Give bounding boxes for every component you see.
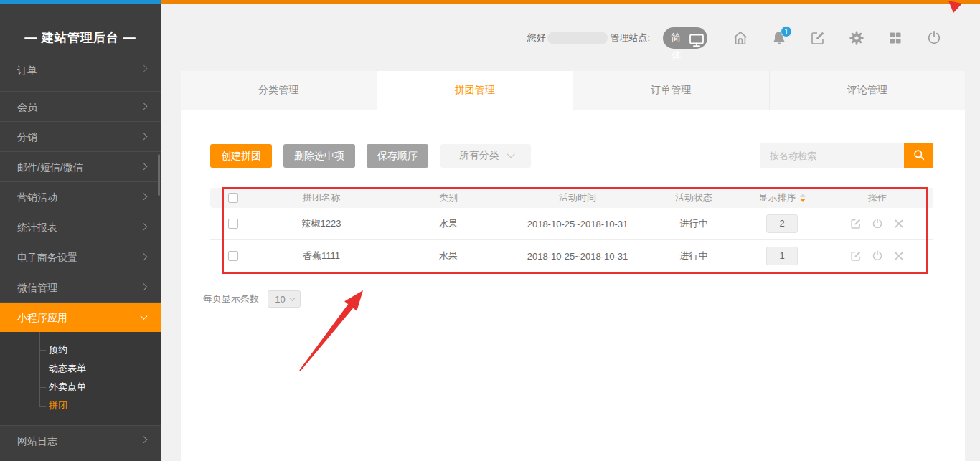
- cell-status: 进行中: [645, 217, 743, 230]
- sidebar-item-label: 会员: [17, 101, 37, 113]
- sidebar-item-label: 电子商务设置: [17, 252, 77, 263]
- power-icon[interactable]: [871, 249, 884, 262]
- apps-grid-icon[interactable]: [887, 29, 904, 47]
- sidebar-item-ecommerce-settings[interactable]: 电子商务设置: [0, 242, 161, 272]
- sidebar: — 建站管理后台 — 订单 会员 分销 邮件/短信/微信 营销活动: [0, 0, 161, 461]
- table-row: 辣椒1223 水果 2018-10-25~2018-10-31 进行中 2: [210, 208, 933, 240]
- edit-icon[interactable]: [849, 217, 862, 230]
- column-header-status: 活动状态: [645, 191, 743, 204]
- chevron-right-icon: [141, 253, 148, 260]
- sidebar-item-marketing[interactable]: 营销活动: [0, 181, 161, 212]
- search-input[interactable]: [760, 143, 904, 168]
- select-all-checkbox[interactable]: [228, 193, 238, 203]
- chevron-right-icon: [141, 103, 148, 110]
- chevron-right-icon: [141, 436, 148, 443]
- search-group: [760, 143, 933, 168]
- bell-icon[interactable]: 1: [771, 29, 788, 47]
- submenu-item-group-buy[interactable]: 拼团: [0, 396, 161, 415]
- sidebar-item-miniprogram-apps[interactable]: 小程序应用: [0, 302, 161, 332]
- submenu-item-label: 预约: [49, 344, 67, 355]
- chevron-right-icon: [141, 193, 148, 200]
- sidebar-item-label: 小程序应用: [17, 312, 67, 323]
- sort-arrows-icon[interactable]: [800, 194, 806, 202]
- sort-order-input[interactable]: 2: [766, 214, 798, 233]
- content-top-strip: [161, 0, 980, 4]
- search-icon: [912, 148, 926, 164]
- tab-groupbuy-management[interactable]: 拼团管理: [377, 71, 573, 110]
- sidebar-scrollbar[interactable]: [158, 154, 160, 196]
- close-icon[interactable]: [892, 217, 905, 230]
- power-icon[interactable]: [925, 29, 943, 47]
- submenu-item-label: 拼团: [49, 400, 67, 411]
- create-groupbuy-button[interactable]: 创建拼团: [210, 144, 272, 168]
- page-size-label: 每页显示条数: [203, 293, 259, 305]
- submenu-item-dynamic-forms[interactable]: 动态表单: [0, 359, 161, 378]
- cell-status: 进行中: [645, 249, 743, 262]
- tab-category-management[interactable]: 分类管理: [181, 71, 377, 110]
- tab-label: 拼团管理: [455, 84, 495, 97]
- app-title: — 建站管理后台 —: [0, 0, 161, 65]
- pagination-row: 每页显示条数 10: [203, 290, 301, 308]
- row-checkbox[interactable]: [228, 251, 238, 261]
- sidebar-item-label: 网站日志: [17, 435, 57, 447]
- sidebar-item-label: 统计报表: [17, 222, 57, 233]
- language-primary-label: 简: [671, 32, 681, 44]
- home-icon[interactable]: [732, 29, 749, 47]
- submenu-item-takeout-order[interactable]: 外卖点单: [0, 378, 161, 396]
- submenu-item-label: 动态表单: [49, 363, 86, 374]
- sidebar-item-orders[interactable]: 订单: [0, 65, 161, 91]
- cell-time: 2018-10-25~2018-10-31: [510, 219, 645, 229]
- gear-icon[interactable]: [848, 29, 865, 47]
- language-toggle[interactable]: 简: [663, 27, 707, 49]
- chevron-right-icon: [141, 283, 148, 290]
- sidebar-item-label: 营销活动: [17, 191, 57, 203]
- submenu-item-booking[interactable]: 预约: [0, 341, 161, 359]
- category-filter-dropdown[interactable]: 所有分类: [440, 144, 531, 168]
- tab-order-management[interactable]: 订单管理: [573, 71, 769, 110]
- power-icon[interactable]: [871, 217, 884, 230]
- chevron-down-icon: [507, 150, 514, 158]
- column-header-sort[interactable]: 显示排序: [743, 191, 821, 204]
- cell-name: 辣椒1223: [256, 217, 387, 230]
- save-order-button[interactable]: 保存顺序: [367, 144, 428, 168]
- sidebar-item-site-logs[interactable]: 网站日志: [0, 425, 161, 455]
- submenu-item-label: 外卖点单: [49, 381, 86, 392]
- sidebar-item-wechat-management[interactable]: 微信管理: [0, 272, 161, 302]
- groupbuy-table: 拼团名称 类别 活动时间 活动状态 显示排序 操作 辣椒1223 水果 2018…: [210, 188, 933, 272]
- page-size-value: 10: [275, 294, 285, 305]
- chevron-right-icon: [141, 133, 148, 140]
- sidebar-item-label: 邮件/短信/微信: [17, 161, 83, 173]
- sort-asc-icon: [800, 194, 806, 197]
- greeting-text: 您好: [527, 32, 545, 44]
- sidebar-item-distribution[interactable]: 分销: [0, 121, 161, 151]
- table-header-row: 拼团名称 类别 活动时间 活动状态 显示排序 操作: [210, 188, 933, 208]
- close-icon[interactable]: [892, 249, 905, 262]
- page-size-select[interactable]: 10: [268, 290, 301, 308]
- compose-icon[interactable]: [809, 29, 826, 47]
- tab-label: 分类管理: [258, 84, 298, 97]
- tab-comment-management[interactable]: 评论管理: [769, 71, 966, 110]
- username-redacted: [547, 32, 608, 44]
- tab-bar: 分类管理 拼团管理 订单管理 评论管理: [181, 71, 965, 110]
- table-row: 香蕉1111 水果 2018-10-25~2018-10-31 进行中 1: [210, 240, 933, 272]
- chevron-right-icon: [141, 65, 148, 72]
- notification-badge: 1: [781, 26, 792, 37]
- cell-category: 水果: [387, 249, 510, 262]
- row-checkbox[interactable]: [228, 219, 238, 229]
- column-header-name: 拼团名称: [256, 191, 387, 204]
- sidebar-top-strip: [0, 0, 161, 4]
- search-button[interactable]: [904, 143, 933, 168]
- sidebar-item-members[interactable]: 会员: [0, 91, 161, 121]
- tab-label: 评论管理: [847, 84, 887, 97]
- delete-selected-button[interactable]: 删除选中项: [283, 144, 355, 168]
- edit-icon[interactable]: [849, 249, 862, 262]
- language-toggle-wrap: 简 体: [663, 27, 707, 49]
- cell-time: 2018-10-25~2018-10-31: [510, 251, 645, 262]
- sort-order-input[interactable]: 1: [766, 247, 798, 265]
- cell-name: 香蕉1111: [256, 249, 387, 262]
- sidebar-item-statistics[interactable]: 统计报表: [0, 212, 161, 242]
- column-header-time: 活动时间: [510, 191, 645, 204]
- topbar-icons: 1: [732, 29, 943, 47]
- chevron-down-icon: [289, 295, 295, 300]
- sidebar-item-mail-sms-wechat[interactable]: 邮件/短信/微信: [0, 151, 161, 181]
